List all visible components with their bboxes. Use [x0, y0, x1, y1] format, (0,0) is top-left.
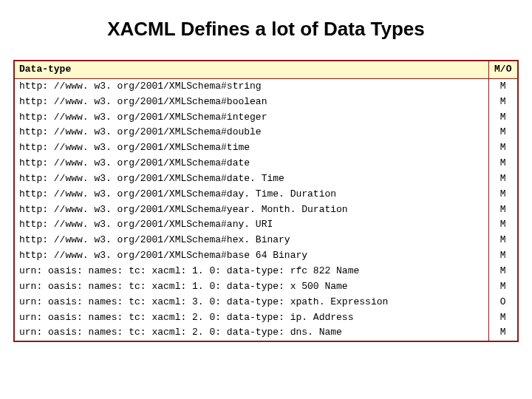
table-row: urn: oasis: names: tc: xacml: 2. 0: data… [14, 310, 518, 326]
cell-mo: O [488, 295, 518, 310]
table-row: http: //www. w3. org/2001/XMLSchema#year… [14, 202, 518, 218]
table-row: http: //www. w3. org/2001/XMLSchema#any.… [14, 217, 518, 233]
cell-mo: M [488, 156, 518, 171]
table-row: urn: oasis: names: tc: xacml: 1. 0: data… [14, 264, 518, 279]
table-header-row: Data-type M/O [14, 61, 518, 78]
col-header-mo: M/O [488, 61, 518, 78]
datatype-table: Data-type M/O http: //www. w3. org/2001/… [13, 60, 519, 342]
cell-uri: urn: oasis: names: tc: xacml: 1. 0: data… [14, 279, 488, 295]
slide-title: XACML Defines a lot of Data Types [13, 18, 519, 41]
cell-mo: M [488, 110, 518, 126]
cell-mo: M [488, 187, 518, 202]
cell-uri: http: //www. w3. org/2001/XMLSchema#date [14, 156, 488, 171]
cell-uri: http: //www. w3. org/2001/XMLSchema#doub… [14, 125, 488, 140]
slide: XACML Defines a lot of Data Types Data-t… [0, 0, 532, 399]
cell-mo: M [488, 217, 518, 233]
cell-uri: urn: oasis: names: tc: xacml: 2. 0: data… [14, 325, 488, 341]
cell-mo: M [488, 140, 518, 156]
table-row: http: //www. w3. org/2001/XMLSchema#date… [14, 156, 518, 171]
cell-mo: M [488, 279, 518, 295]
cell-mo: M [488, 264, 518, 279]
table-row: urn: oasis: names: tc: xacml: 3. 0: data… [14, 295, 518, 310]
cell-mo: M [488, 95, 518, 110]
table-row: http: //www. w3. org/2001/XMLSchema#time… [14, 140, 518, 156]
cell-mo: M [488, 325, 518, 341]
cell-mo: M [488, 125, 518, 140]
table-row: http: //www. w3. org/2001/XMLSchema#stri… [14, 78, 518, 94]
cell-mo: M [488, 202, 518, 218]
col-header-datatype: Data-type [14, 61, 488, 78]
cell-uri: urn: oasis: names: tc: xacml: 3. 0: data… [14, 295, 488, 310]
table-row: http: //www. w3. org/2001/XMLSchema#base… [14, 248, 518, 264]
table-row: http: //www. w3. org/2001/XMLSchema#day.… [14, 187, 518, 202]
table-row: http: //www. w3. org/2001/XMLSchema#inte… [14, 110, 518, 126]
table-row: urn: oasis: names: tc: xacml: 1. 0: data… [14, 279, 518, 295]
cell-uri: http: //www. w3. org/2001/XMLSchema#date… [14, 171, 488, 187]
cell-mo: M [488, 78, 518, 94]
cell-uri: http: //www. w3. org/2001/XMLSchema#hex.… [14, 233, 488, 248]
cell-uri: http: //www. w3. org/2001/XMLSchema#year… [14, 202, 488, 218]
cell-mo: M [488, 310, 518, 326]
table-row: http: //www. w3. org/2001/XMLSchema#hex.… [14, 233, 518, 248]
cell-uri: urn: oasis: names: tc: xacml: 1. 0: data… [14, 264, 488, 279]
table-row: http: //www. w3. org/2001/XMLSchema#doub… [14, 125, 518, 140]
cell-uri: http: //www. w3. org/2001/XMLSchema#any.… [14, 217, 488, 233]
table-row: urn: oasis: names: tc: xacml: 2. 0: data… [14, 325, 518, 341]
cell-uri: http: //www. w3. org/2001/XMLSchema#bool… [14, 95, 488, 110]
table-row: http: //www. w3. org/2001/XMLSchema#bool… [14, 95, 518, 110]
cell-mo: M [488, 171, 518, 187]
cell-uri: http: //www. w3. org/2001/XMLSchema#day.… [14, 187, 488, 202]
cell-uri: http: //www. w3. org/2001/XMLSchema#time [14, 140, 488, 156]
cell-uri: http: //www. w3. org/2001/XMLSchema#base… [14, 248, 488, 264]
cell-mo: M [488, 233, 518, 248]
table-row: http: //www. w3. org/2001/XMLSchema#date… [14, 171, 518, 187]
cell-uri: urn: oasis: names: tc: xacml: 2. 0: data… [14, 310, 488, 326]
cell-mo: M [488, 248, 518, 264]
cell-uri: http: //www. w3. org/2001/XMLSchema#inte… [14, 110, 488, 126]
cell-uri: http: //www. w3. org/2001/XMLSchema#stri… [14, 78, 488, 94]
